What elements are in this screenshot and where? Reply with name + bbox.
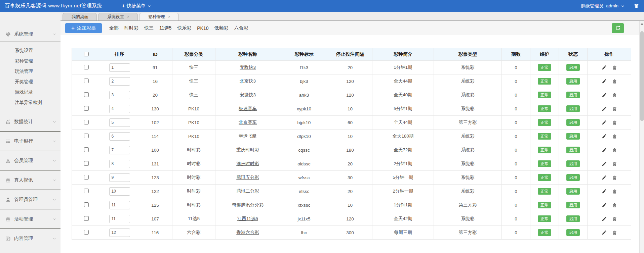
filter-lhc[interactable]: 六合彩	[234, 25, 248, 31]
status-badge[interactable]: 启用	[566, 92, 580, 98]
row-checkbox[interactable]	[84, 230, 89, 235]
lottery-name-link[interactable]: 重庆时时彩	[236, 147, 259, 152]
tab-my-desktop[interactable]: 我的桌面	[63, 13, 97, 20]
status-badge[interactable]: 启用	[566, 174, 580, 181]
row-checkbox[interactable]	[84, 65, 89, 69]
maintain-badge[interactable]: 正常	[538, 119, 551, 126]
maintain-badge[interactable]: 正常	[538, 160, 551, 167]
row-checkbox[interactable]	[84, 147, 89, 152]
status-badge[interactable]: 启用	[566, 133, 580, 140]
delete-button[interactable]	[612, 161, 617, 166]
edit-button[interactable]	[602, 106, 607, 111]
sidebar-item-live-video[interactable]: 真人视讯	[0, 170, 61, 190]
edit-button[interactable]	[602, 230, 607, 235]
sort-input[interactable]	[109, 105, 130, 113]
delete-button[interactable]	[612, 230, 617, 235]
sort-input[interactable]	[109, 77, 130, 86]
lottery-name-link[interactable]: 腾讯五分彩	[236, 175, 259, 180]
lottery-name-link[interactable]: 香港六合彩	[236, 230, 259, 235]
lottery-name-link[interactable]: 无敌快3	[240, 65, 256, 70]
sidebar-subitem-draw-management[interactable]: 开奖管理	[0, 77, 61, 87]
sidebar-item-data-statistics[interactable]: 数据统计	[0, 112, 61, 131]
status-badge[interactable]: 启用	[566, 78, 580, 85]
tab-lottery-management[interactable]: 彩种管理×	[139, 13, 179, 20]
maintain-badge[interactable]: 正常	[538, 202, 551, 208]
status-badge[interactable]: 启用	[566, 160, 580, 167]
user-menu[interactable]: admin	[606, 3, 625, 8]
delete-button[interactable]	[612, 148, 617, 153]
sidebar-item-e-bank[interactable]: 电子银行	[0, 132, 61, 151]
lottery-name-link[interactable]: 北京快3	[240, 79, 256, 84]
sidebar-subitem-play-management[interactable]: 玩法管理	[0, 66, 61, 77]
edit-button[interactable]	[602, 65, 607, 70]
row-checkbox[interactable]	[84, 134, 89, 138]
sort-input[interactable]	[109, 215, 130, 223]
maintain-badge[interactable]: 正常	[538, 188, 551, 195]
close-icon[interactable]: ×	[168, 15, 170, 19]
sort-input[interactable]	[109, 146, 130, 154]
status-badge[interactable]: 启用	[566, 64, 580, 71]
sidebar-item-activity-management[interactable]: 活动管理	[0, 209, 61, 229]
maintain-badge[interactable]: 正常	[538, 64, 551, 71]
edit-button[interactable]	[602, 189, 607, 194]
row-checkbox[interactable]	[84, 175, 89, 180]
filter-low-freq[interactable]: 低频彩	[214, 25, 229, 31]
sort-input[interactable]	[109, 201, 130, 209]
delete-button[interactable]	[612, 189, 617, 194]
close-icon[interactable]: ×	[127, 15, 129, 19]
maintain-badge[interactable]: 正常	[538, 229, 551, 236]
row-checkbox[interactable]	[84, 216, 89, 221]
lottery-name-link[interactable]: 奇趣腾讯分分彩	[232, 202, 264, 207]
edit-button[interactable]	[602, 216, 607, 221]
select-all-checkbox[interactable]	[84, 52, 89, 56]
maintain-badge[interactable]: 正常	[538, 105, 551, 112]
edit-button[interactable]	[602, 175, 607, 180]
lottery-name-link[interactable]: 澳洲时时彩	[236, 161, 259, 166]
maintain-badge[interactable]: 正常	[538, 174, 551, 181]
status-badge[interactable]: 启用	[566, 119, 580, 126]
filter-klc[interactable]: 快乐彩	[177, 25, 191, 31]
scrollbar-thumb[interactable]	[640, 31, 644, 121]
row-checkbox[interactable]	[84, 189, 89, 193]
lottery-name-link[interactable]: 北京赛车	[239, 120, 257, 125]
tab-system-settings[interactable]: 系统设置×	[98, 13, 138, 20]
maintain-badge[interactable]: 正常	[538, 92, 551, 98]
sort-input[interactable]	[109, 91, 130, 99]
status-badge[interactable]: 启用	[566, 229, 580, 236]
sidebar-subitem-game-records[interactable]: 游戏记录	[0, 87, 61, 97]
lottery-name-link[interactable]: 江西11选5	[237, 216, 258, 221]
sort-input[interactable]	[109, 187, 130, 196]
lottery-name-link[interactable]: 幸运飞艇	[239, 134, 257, 139]
filter-all[interactable]: 全部	[109, 25, 119, 31]
scroll-up-button[interactable]	[640, 21, 644, 27]
maintain-badge[interactable]: 正常	[538, 215, 551, 222]
refresh-button[interactable]	[612, 23, 624, 33]
row-checkbox[interactable]	[84, 161, 89, 166]
sidebar-subitem-system-settings[interactable]: 系统设置	[0, 45, 61, 56]
delete-button[interactable]	[612, 106, 617, 111]
edit-button[interactable]	[602, 161, 607, 166]
delete-button[interactable]	[612, 120, 617, 125]
sidebar-item-system-management[interactable]: 系统管理	[0, 27, 61, 42]
maintain-badge[interactable]: 正常	[538, 78, 551, 85]
sidebar-item-member-management[interactable]: 会员管理	[0, 151, 61, 170]
lottery-name-link[interactable]: 安徽快3	[240, 92, 256, 97]
delete-button[interactable]	[612, 134, 617, 139]
filter-pk10[interactable]: PK10	[197, 26, 208, 31]
theme-tshirt-button[interactable]	[634, 3, 639, 9]
sort-input[interactable]	[109, 63, 130, 72]
delete-button[interactable]	[612, 175, 617, 180]
maintain-badge[interactable]: 正常	[538, 147, 551, 153]
filter-ssc[interactable]: 时时彩	[124, 25, 138, 31]
lottery-name-link[interactable]: 腾讯二分彩	[236, 189, 259, 194]
sort-input[interactable]	[109, 118, 130, 127]
row-checkbox[interactable]	[84, 120, 89, 124]
filter-11x5[interactable]: 11选5	[159, 25, 171, 31]
quick-menu-button[interactable]: + 快捷菜单	[122, 3, 151, 9]
sort-input[interactable]	[109, 160, 130, 168]
delete-button[interactable]	[612, 203, 617, 208]
edit-button[interactable]	[602, 79, 607, 84]
maintain-badge[interactable]: 正常	[538, 133, 551, 140]
row-checkbox[interactable]	[84, 202, 89, 207]
lottery-name-link[interactable]: 极速赛车	[239, 106, 257, 111]
